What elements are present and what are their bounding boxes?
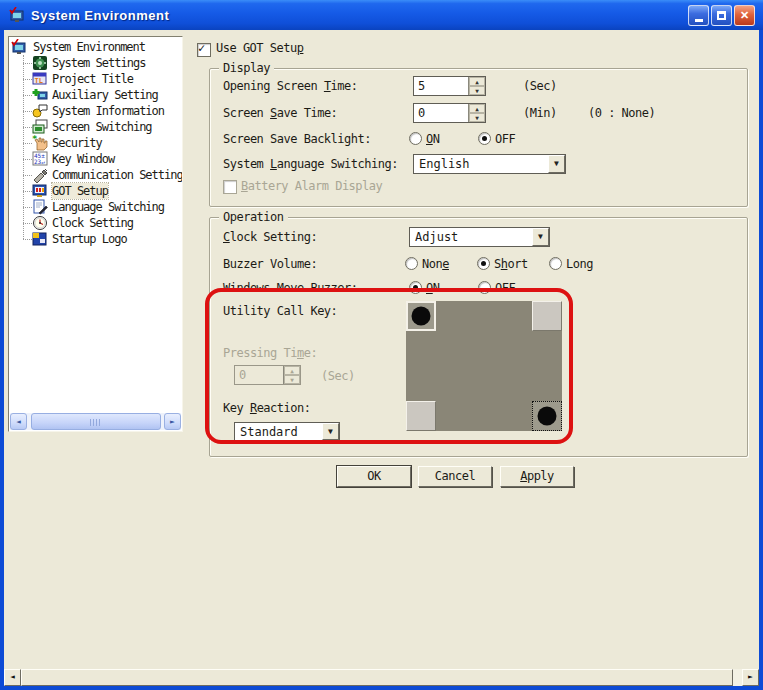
system-settings-icon (32, 55, 48, 71)
buzzer-short-label: Short (494, 257, 528, 271)
cancel-button[interactable]: Cancel (418, 466, 492, 487)
display-group-legend: Display (219, 61, 274, 75)
system-language-switching-label: System Language Switching: (223, 157, 398, 171)
chevron-down-icon[interactable]: ▼ (322, 423, 339, 440)
svg-text:23↵: 23↵ (34, 158, 45, 165)
window-scrollbar-thumb[interactable] (21, 669, 733, 686)
key-window-icon: 45±23↵ (32, 151, 48, 167)
scroll-left-icon[interactable]: ◄ (10, 413, 27, 430)
chevron-down-icon[interactable]: ▼ (532, 228, 549, 246)
utility-key-preview (406, 301, 562, 431)
backlight-on-label: ON (426, 132, 439, 146)
opening-screen-time-label: Opening Screen Time: (223, 79, 358, 93)
system-environment-icon (11, 39, 27, 55)
apply-button[interactable]: Apply (500, 466, 574, 487)
operation-group-legend: Operation (219, 210, 288, 224)
backlight-off-radio[interactable] (478, 132, 491, 145)
buzzer-none-radio[interactable] (405, 257, 418, 270)
use-got-setup-label: Use GOT Setup (216, 41, 303, 55)
communication-setting-icon (32, 167, 48, 183)
spin-up-icon[interactable]: ▲ (469, 104, 485, 113)
clock-setting-label: Clock Setting: (223, 230, 317, 244)
ok-button[interactable]: OK (337, 466, 411, 487)
opening-screen-time-unit: (Sec) (523, 79, 557, 93)
utility-call-key-label: Utility Call Key: (223, 304, 337, 318)
spin-up-icon: ▲ (284, 366, 300, 375)
maximize-button[interactable] (711, 5, 732, 26)
screen-save-backlight-label: Screen Save Backlight: (223, 132, 371, 146)
scroll-right-icon[interactable]: ► (164, 413, 181, 430)
backlight-on-radio[interactable] (409, 132, 422, 145)
minimize-icon (695, 19, 703, 22)
use-got-setup-checkbox[interactable]: ✓ (197, 43, 211, 57)
app-icon (9, 7, 25, 23)
opening-screen-time-spinner[interactable]: 5 ▲▼ (413, 76, 486, 96)
screen-save-time-spinner[interactable]: 0 ▲▼ (413, 103, 486, 123)
scroll-right-icon[interactable]: ► (742, 669, 759, 686)
display-group: Display Opening Screen Time: 5 ▲▼ (Sec) … (209, 68, 748, 207)
pressing-time-spinner: 0 ▲▼ (234, 365, 301, 385)
spin-up-icon[interactable]: ▲ (469, 77, 485, 86)
close-icon: ✕ (740, 9, 749, 22)
settings-tree: System Environment System Settings TL Pr… (8, 36, 183, 432)
buzzer-none-label: None (422, 257, 449, 271)
utility-key-bottom-right[interactable] (532, 401, 562, 431)
buzzer-volume-label: Buzzer Volume: (223, 257, 317, 271)
minimize-button[interactable] (688, 5, 709, 26)
maximize-icon (717, 11, 726, 20)
tree-scrollbar-thumb[interactable] (31, 413, 161, 430)
key-dot-icon (538, 407, 557, 426)
clock-setting-dropdown[interactable]: Adjust ▼ (409, 227, 550, 247)
pressing-time-label: Pressing Time: (223, 346, 317, 360)
window-horizontal-scrollbar[interactable]: ◄ ► (4, 669, 759, 686)
tree-horizontal-scrollbar[interactable]: ◄ ► (10, 413, 181, 430)
key-dot-icon (412, 307, 431, 326)
check-icon: ✓ (198, 41, 205, 55)
windows-move-off-radio[interactable] (478, 281, 491, 294)
windows-move-buzzer-label: Windows Move Buzzer: (223, 281, 358, 295)
operation-group: Operation Clock Setting: Adjust ▼ Buzzer… (209, 217, 748, 457)
utility-key-top-right[interactable] (532, 301, 562, 331)
svg-text:TL: TL (35, 77, 43, 85)
screen-switching-icon (32, 119, 48, 135)
backlight-off-label: OFF (495, 132, 515, 146)
buzzer-short-radio[interactable] (477, 257, 490, 270)
project-title-icon: TL (32, 71, 48, 87)
windows-move-on-label: ON (426, 281, 439, 295)
clock-setting-icon (32, 215, 48, 231)
battery-alarm-display-checkbox[interactable] (223, 180, 237, 194)
tree-connector-line (23, 55, 24, 239)
screen-save-time-unit: (Min) (523, 106, 557, 120)
screen-save-time-label: Screen Save Time: (223, 106, 337, 120)
language-switching-icon (32, 199, 48, 215)
screen-save-time-note: (0 : None) (588, 106, 655, 120)
startup-logo-icon (32, 231, 48, 247)
chevron-down-icon[interactable]: ▼ (548, 155, 565, 173)
system-environment-dialog: System Environment ✕ System Environment (0, 0, 763, 690)
auxiliary-setting-icon (32, 87, 48, 103)
windows-move-on-radio[interactable] (409, 281, 422, 294)
windows-move-off-label: OFF (495, 281, 515, 295)
buzzer-long-label: Long (566, 257, 593, 271)
utility-key-bottom-left[interactable] (406, 401, 436, 431)
key-reaction-label: Key Reaction: (223, 401, 310, 415)
system-information-icon (32, 103, 48, 119)
security-icon: * (32, 135, 48, 151)
battery-alarm-display-label: Battery Alarm Display (241, 179, 382, 193)
svg-text:*: * (32, 135, 37, 144)
window-title: System Environment (31, 8, 169, 23)
buzzer-long-radio[interactable] (549, 257, 562, 270)
title-bar[interactable]: System Environment ✕ (0, 0, 763, 30)
spin-down-icon: ▼ (284, 375, 300, 384)
spin-down-icon[interactable]: ▼ (469, 86, 485, 95)
got-setup-icon (32, 183, 48, 199)
pressing-time-unit: (Sec) (321, 369, 355, 383)
system-language-dropdown[interactable]: English ▼ (413, 154, 566, 174)
key-reaction-dropdown[interactable]: Standard ▼ (234, 422, 340, 441)
spin-down-icon[interactable]: ▼ (469, 113, 485, 122)
close-button[interactable]: ✕ (734, 5, 755, 26)
scroll-left-icon[interactable]: ◄ (4, 669, 21, 686)
utility-key-top-left[interactable] (406, 301, 436, 331)
